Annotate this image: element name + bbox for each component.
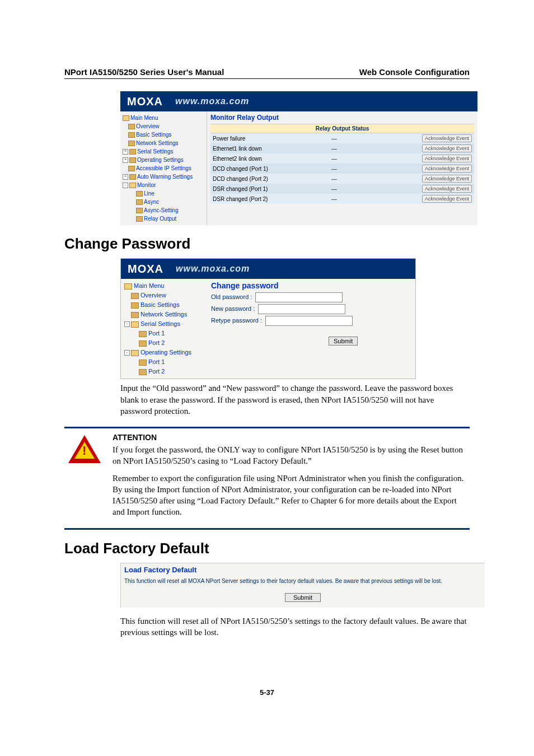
brand-band: MOXA www.moxa.com bbox=[121, 259, 415, 279]
screenshot-change-password: MOXA www.moxa.com Main Menu Overview Bas… bbox=[120, 258, 416, 379]
new-password-label: New password : bbox=[211, 305, 255, 312]
para-load-factory: This function will reset all of NPort IA… bbox=[120, 615, 467, 638]
tree-auto-warning[interactable]: Auto Warning Settings bbox=[137, 174, 193, 180]
table-row: Power failure---Acknowledge Event bbox=[210, 133, 474, 144]
acknowledge-button[interactable]: Acknowledge Event bbox=[422, 185, 472, 193]
attention-icon: ! bbox=[64, 433, 105, 524]
folder-open-icon bbox=[131, 321, 139, 328]
table-header-relay-status: Relay Output Status bbox=[210, 124, 474, 133]
folder-icon bbox=[131, 302, 139, 309]
folder-icon bbox=[139, 369, 147, 375]
folder-icon bbox=[139, 331, 147, 337]
relay-output-table: Relay Output Status Power failure---Ackn… bbox=[210, 124, 474, 204]
tree-main-menu[interactable]: Main Menu bbox=[134, 282, 164, 289]
folder-icon bbox=[136, 199, 143, 205]
event-cell: Power failure bbox=[210, 133, 329, 144]
acknowledge-button[interactable]: Acknowledge Event bbox=[422, 134, 472, 142]
expand-icon[interactable]: + bbox=[123, 149, 128, 155]
old-password-input[interactable] bbox=[255, 292, 343, 302]
folder-open-icon bbox=[123, 115, 129, 121]
acknowledge-button[interactable]: Acknowledge Event bbox=[422, 155, 472, 162]
screenshot-monitor-relay: MOXA www.moxa.com Main Menu Overview Bas… bbox=[120, 91, 477, 225]
collapse-icon[interactable]: - bbox=[123, 183, 128, 188]
folder-open-icon bbox=[129, 183, 136, 188]
tree-overview[interactable]: Overview bbox=[136, 123, 160, 129]
tree-operating-settings[interactable]: Operating Settings bbox=[137, 157, 184, 163]
heading-load-factory-default: Load Factory Default bbox=[64, 540, 470, 557]
tree-operating-port2[interactable]: Port 2 bbox=[148, 368, 165, 375]
tree-network-settings[interactable]: Network Settings bbox=[140, 311, 187, 318]
tree-async[interactable]: Async bbox=[144, 199, 159, 205]
tree-operating-settings[interactable]: Operating Settings bbox=[140, 349, 191, 356]
folder-icon bbox=[131, 293, 139, 299]
header-left: NPort IA5150/5250 Series User's Manual bbox=[64, 67, 224, 77]
tree-network-settings[interactable]: Network Settings bbox=[136, 140, 179, 146]
table-row: DCD changed (Port 1)---Acknowledge Event bbox=[210, 164, 474, 174]
table-row: DCD changed (Port 2)---Acknowledge Event bbox=[210, 174, 474, 184]
folder-icon bbox=[136, 216, 143, 222]
attention-label: ATTENTION bbox=[113, 433, 470, 442]
folder-icon bbox=[136, 191, 143, 197]
tree-basic-settings[interactable]: Basic Settings bbox=[140, 301, 180, 308]
folder-icon bbox=[129, 157, 136, 163]
expand-icon[interactable]: + bbox=[123, 174, 128, 180]
page-number: 5-37 bbox=[64, 688, 470, 697]
tree-serial-port2[interactable]: Port 2 bbox=[148, 339, 165, 346]
tree-basic-settings[interactable]: Basic Settings bbox=[136, 132, 171, 138]
acknowledge-button[interactable]: Acknowledge Event bbox=[422, 175, 472, 183]
folder-icon bbox=[129, 174, 136, 180]
tree-accessible-ip[interactable]: Accessible IP Settings bbox=[136, 165, 191, 171]
heading-change-password: Change Password bbox=[64, 235, 470, 253]
tree-operating-port1[interactable]: Port 1 bbox=[148, 358, 165, 365]
tree-async-setting[interactable]: Async-Setting bbox=[144, 207, 179, 213]
status-cell: --- bbox=[329, 184, 408, 194]
attention-p1: If you forget the password, the ONLY way… bbox=[113, 444, 470, 467]
tree-relay-output[interactable]: Relay Output bbox=[144, 216, 176, 222]
folder-icon bbox=[128, 132, 135, 138]
acknowledge-button[interactable]: Acknowledge Event bbox=[422, 195, 472, 203]
acknowledge-button[interactable]: Acknowledge Event bbox=[422, 165, 472, 172]
doc-header: NPort IA5150/5250 Series User's Manual W… bbox=[64, 67, 470, 79]
screenshot-load-factory-default: Load Factory Default This function will … bbox=[120, 563, 485, 608]
retype-password-input[interactable] bbox=[265, 316, 353, 326]
new-password-input[interactable] bbox=[258, 304, 345, 314]
folder-icon bbox=[139, 360, 147, 366]
event-cell: DSR changed (Port 1) bbox=[210, 184, 329, 194]
folder-open-icon bbox=[131, 350, 139, 356]
old-password-label: Old password : bbox=[211, 293, 252, 300]
panel-title-load-factory-default: Load Factory Default bbox=[124, 566, 481, 574]
folder-open-icon bbox=[124, 283, 132, 290]
folder-icon bbox=[128, 166, 135, 171]
collapse-icon[interactable]: - bbox=[124, 350, 130, 356]
status-cell: --- bbox=[329, 164, 408, 174]
status-cell: --- bbox=[329, 174, 408, 184]
tree-main-menu[interactable]: Main Menu bbox=[130, 115, 158, 121]
moxa-url: www.moxa.com bbox=[176, 264, 250, 274]
load-factory-warning: This function will reset all MOXA NPort … bbox=[124, 577, 481, 585]
moxa-logo: MOXA bbox=[128, 263, 163, 276]
submit-button[interactable]: Submit bbox=[285, 593, 321, 602]
tree-serial-settings[interactable]: Serial Settings bbox=[140, 320, 180, 327]
retype-password-label: Retype password : bbox=[211, 317, 262, 324]
tree-line[interactable]: Line bbox=[144, 190, 154, 197]
tree-monitor[interactable]: Monitor bbox=[137, 182, 156, 188]
acknowledge-button[interactable]: Acknowledge Event bbox=[422, 144, 472, 152]
attention-box: ! ATTENTION If you forget the password, … bbox=[64, 427, 470, 530]
collapse-icon[interactable]: - bbox=[124, 321, 130, 327]
event-cell: DCD changed (Port 2) bbox=[210, 174, 329, 184]
attention-p2: Remember to export the configuration fil… bbox=[113, 473, 470, 518]
expand-icon[interactable]: + bbox=[123, 157, 128, 163]
tree-serial-port1[interactable]: Port 1 bbox=[148, 330, 165, 337]
nav-tree: Main Menu Overview Basic Settings Networ… bbox=[120, 111, 207, 225]
folder-icon bbox=[128, 141, 135, 146]
moxa-url: www.moxa.com bbox=[175, 96, 249, 106]
event-cell: Ethernet2 link down bbox=[210, 153, 329, 164]
status-cell: --- bbox=[329, 133, 408, 144]
table-row: DSR changed (Port 2)---Acknowledge Event bbox=[210, 194, 474, 204]
folder-icon bbox=[131, 312, 139, 318]
tree-serial-settings[interactable]: Serial Settings bbox=[137, 148, 173, 155]
tree-overview[interactable]: Overview bbox=[140, 292, 166, 298]
submit-button[interactable]: Submit bbox=[329, 337, 358, 346]
header-right: Web Console Configuration bbox=[359, 67, 470, 77]
table-row: DSR changed (Port 1)---Acknowledge Event bbox=[210, 184, 474, 194]
